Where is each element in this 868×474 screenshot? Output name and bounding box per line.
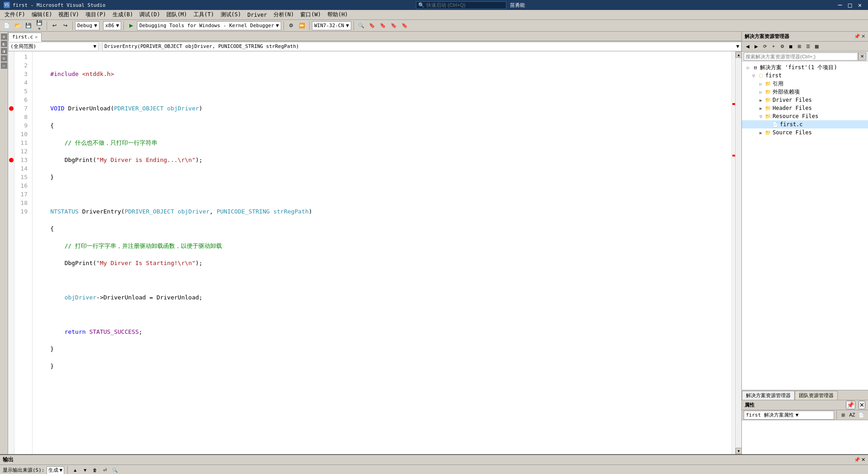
open-btn[interactable]: 📂 [13,21,23,30]
find-btn[interactable]: 🔍 [356,21,366,30]
bp-4[interactable] [8,78,14,87]
bp-17[interactable] [8,190,14,199]
bp-12[interactable] [8,147,14,156]
panel-pin-btn[interactable]: 📌 [854,33,860,39]
tab-solution-explorer[interactable]: 解决方案资源管理器 [742,391,795,400]
output-find-btn[interactable]: 🔍 [111,466,119,474]
bookmark3-btn[interactable]: 🔖 [389,21,399,30]
symbol-dropdown[interactable]: DriverEntry(PDRIVER_OBJECT objDriver, PU… [102,42,741,51]
panel-close-btn[interactable]: ✕ [861,33,865,39]
sol-forward-btn[interactable]: ▶ [752,43,760,51]
props-close-btn[interactable]: ✕ [859,401,865,409]
maximize-button[interactable]: □ [845,1,854,9]
undo-btn[interactable]: ↩ [49,21,59,30]
output-down-btn[interactable]: ▼ [81,466,89,474]
bp-9[interactable] [8,121,14,130]
platform-dropdown[interactable]: x86 ▼ [103,21,122,30]
search-clear-btn[interactable]: ✕ [858,52,866,61]
props-pin-btn[interactable]: 📌 [846,401,855,409]
sol-view-btn[interactable]: ⊞ [795,43,803,51]
sol-filter-btn[interactable]: ☰ [804,43,812,51]
props-az-btn[interactable]: AZ [848,411,856,419]
props-cat-btn[interactable]: ⊞ [839,411,847,419]
config-dropdown[interactable]: Debug ▼ [75,21,99,30]
resource-expand[interactable]: ▽ [758,114,764,119]
solution-search-input[interactable] [744,52,858,61]
menu-debug[interactable]: 调试(D) [137,10,163,19]
menu-view[interactable]: 视图(V) [56,10,82,19]
driver-expand[interactable]: ▶ [758,97,764,103]
bp-5[interactable] [8,87,14,95]
menu-help[interactable]: 帮助(H) [325,10,351,19]
bookmark2-btn[interactable]: 🔖 [378,21,388,30]
scroll-down-btn[interactable]: ▼ [736,448,741,454]
solution-expand[interactable]: ▷ [745,65,751,70]
bp-13[interactable] [8,156,14,164]
output-source-dropdown[interactable]: 生成 ▼ [47,466,65,474]
sidebar-btn-1[interactable]: ⊞ [1,33,7,40]
minimize-button[interactable]: ─ [835,1,844,9]
tab-team-explorer[interactable]: 团队资源管理器 [795,391,838,400]
solution-root[interactable]: ▷ ⊟ 解决方案 'first'(1 个项目) [742,63,868,71]
tree-first-c[interactable]: ▶ 📄 first.c [742,120,868,128]
save-btn[interactable]: 💾 [24,21,33,30]
sol-sync-btn[interactable]: ⟳ [761,43,769,51]
sol-prop-btn[interactable]: ◼ [787,43,795,51]
bp-18[interactable] [8,199,14,207]
quick-launch-box[interactable]: 🔍 [416,1,506,9]
ref-expand[interactable]: ▷ [758,81,764,86]
sidebar-btn-4[interactable]: ⊟ [1,55,7,62]
bp-8[interactable] [8,113,14,121]
step-btn[interactable]: ⏩ [297,21,307,30]
bp-7[interactable] [8,104,14,113]
machine-dropdown[interactable]: WIN7-32-CN ▼ [312,21,351,30]
debugger-dropdown[interactable]: Debugging Tools for Windows - Kernel Deb… [137,21,281,30]
sol-back-btn[interactable]: ◀ [744,43,752,51]
tab-close-icon[interactable]: ✕ [35,34,38,39]
tree-resource-files[interactable]: ▽ 📁 Resource Files [742,112,868,120]
start-debug-btn[interactable]: ▶ [126,21,136,30]
menu-window[interactable]: 窗口(W) [297,10,324,19]
bp-2[interactable] [8,61,14,70]
sidebar-btn-2[interactable]: ◧ [1,41,7,47]
bookmark4-btn[interactable]: 🔖 [400,21,410,30]
sol-settings-btn[interactable]: ⚙ [778,43,786,51]
output-close-btn[interactable]: ✕ [861,457,865,463]
menu-edit[interactable]: 编辑(E) [29,10,55,19]
tree-source-files[interactable]: ▶ 📁 Source Files [742,128,868,137]
output-up-btn[interactable]: ▲ [71,466,79,474]
menu-driver[interactable]: Driver [245,11,269,19]
tree-header-files[interactable]: ▶ 📁 Header Files [742,104,868,112]
project-expand[interactable]: ▽ [751,73,756,78]
header-expand[interactable]: ▶ [758,105,764,111]
menu-analyze[interactable]: 分析(N) [271,10,297,19]
tree-references[interactable]: ▷ 📁 引用 [742,80,868,88]
quick-launch-input[interactable] [426,2,490,8]
bp-14[interactable] [8,164,14,173]
bp-10[interactable] [8,130,14,138]
menu-file[interactable]: 文件(F) [2,10,28,19]
menu-tools[interactable]: 工具(T) [191,10,217,19]
sol-col-btn[interactable]: ▦ [812,43,821,51]
props-target-dropdown[interactable]: first 解决方案属性 ▼ [744,411,834,420]
scroll-up-btn[interactable]: ▲ [736,52,741,58]
output-pin-btn[interactable]: 📌 [854,457,860,463]
code-content[interactable]: #include <ntddk.h> VOID DriverUnload(PDR… [33,52,731,454]
menu-build[interactable]: 生成(B) [110,10,136,19]
new-project-btn[interactable]: 📄 [2,21,12,30]
redo-btn[interactable]: ↪ [60,21,70,30]
close-button[interactable]: ✕ [855,1,864,9]
extdeps-expand[interactable]: ▷ [758,89,764,95]
bp-16[interactable] [8,181,14,190]
bp-19[interactable] [8,207,14,216]
bp-6[interactable] [8,95,14,104]
output-clear-btn[interactable]: 🗑 [91,466,99,474]
bp-3[interactable] [8,70,14,78]
bookmark1-btn[interactable]: 🔖 [367,21,377,30]
tree-extdeps[interactable]: ▷ 📁 外部依赖项 [742,88,868,96]
output-wrap-btn[interactable]: ⏎ [101,466,109,474]
bp-11[interactable] [8,138,14,147]
project-node[interactable]: ▽ ⬡ first [742,71,868,80]
tab-first-c[interactable]: first.c ✕ [8,33,42,42]
sidebar-btn-5[interactable]: ◻ [1,62,7,69]
